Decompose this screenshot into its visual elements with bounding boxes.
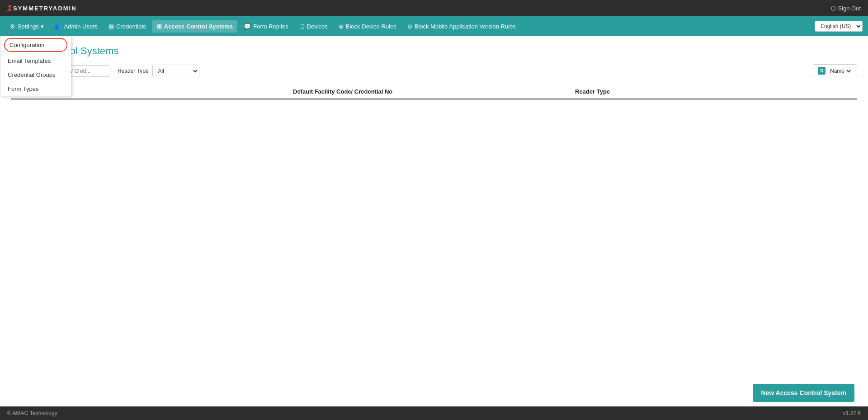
admin-users-icon: 👥 (55, 23, 62, 30)
version: v1.27.6 (843, 410, 861, 416)
nav-block-device-label: Block Device Rules (346, 23, 396, 30)
form-replies-icon: 💬 (244, 23, 251, 30)
page-title: Access Control Systems (11, 45, 857, 57)
access-control-icon: ⊞ (157, 23, 162, 30)
sign-out-label: Sign Out (838, 5, 861, 12)
sort-icon: ⇅ (818, 67, 826, 75)
nav-admin-users-label: Admin Users (64, 23, 98, 30)
top-bar: 1 SYMMETRYADMIN ⬡ Sign Out (0, 0, 868, 16)
block-device-icon: ⊗ (339, 23, 344, 30)
logo: 1 SYMMETRYADMIN (7, 4, 77, 13)
sign-out-icon: ⬡ (831, 5, 836, 12)
nav-devices-label: Devices (307, 23, 328, 30)
nav-item-settings[interactable]: ⚙ Settings ▾ (5, 20, 48, 33)
nav-item-form-replies[interactable]: 💬 Form Replies (239, 20, 292, 33)
logo-text: SYMMETRYADMIN (13, 5, 77, 12)
sort-select[interactable]: Name (828, 67, 852, 75)
nav-settings-label: Settings ▾ (18, 23, 44, 30)
block-mobile-icon: ⊘ (407, 23, 412, 30)
sign-out-button[interactable]: ⬡ Sign Out (831, 5, 861, 12)
logo-icon: 1 (7, 4, 12, 13)
nav-block-mobile-label: Block Mobile Application Version Rules (415, 23, 516, 30)
table-header: Name Default Facility Code/ Credential N… (11, 85, 857, 99)
nav-bar: ⚙ Settings ▾ 👥 Admin Users ▤ Credentials… (0, 16, 868, 36)
new-access-control-button[interactable]: New Access Control System (753, 384, 854, 402)
col-header-reader-type: Reader Type (575, 88, 857, 95)
sort-button[interactable]: ⇅ Name (813, 64, 857, 77)
filter-bar: 🔍 Reader Type All Card PIN Card+PIN ⇅ Na… (11, 64, 857, 77)
nav-form-replies-label: Form Replies (253, 23, 288, 30)
devices-icon: ☐ (299, 23, 305, 30)
dropdown-item-form-types[interactable]: Form Types (0, 82, 71, 96)
nav-access-control-label: Access Control Systems (164, 23, 233, 30)
nav-item-devices[interactable]: ☐ Devices (295, 20, 332, 33)
dropdown-item-configuration[interactable]: Configuration (4, 38, 67, 52)
reader-type-select[interactable]: All Card PIN Card+PIN (152, 65, 199, 77)
nav-item-access-control[interactable]: ⊞ Access Control Systems (152, 20, 237, 33)
nav-item-block-mobile-rules[interactable]: ⊘ Block Mobile Application Version Rules (403, 20, 520, 33)
language-selector[interactable]: English (US) (815, 21, 863, 32)
bottom-bar: © AMAG Technology v1.27.6 (0, 406, 868, 420)
nav-item-credentials[interactable]: ▤ Credentials (104, 20, 151, 33)
copyright: © AMAG Technology (7, 410, 57, 416)
dropdown-item-credential-groups[interactable]: Credential Groups (0, 68, 71, 82)
settings-dropdown: Configuration Email Templates Credential… (0, 36, 71, 96)
reader-type-label: Reader Type (118, 68, 149, 74)
nav-credentials-label: Credentials (116, 23, 146, 30)
main-content: Access Control Systems 🔍 Reader Type All… (0, 36, 868, 406)
credentials-icon: ▤ (108, 23, 114, 30)
dropdown-item-email-templates[interactable]: Email Templates (0, 54, 71, 68)
settings-icon: ⚙ (10, 23, 15, 30)
col-header-facility-code: Default Facility Code/ Credential No (293, 88, 575, 95)
nav-item-admin-users[interactable]: 👥 Admin Users (50, 20, 102, 33)
nav-item-block-device-rules[interactable]: ⊗ Block Device Rules (334, 20, 401, 33)
